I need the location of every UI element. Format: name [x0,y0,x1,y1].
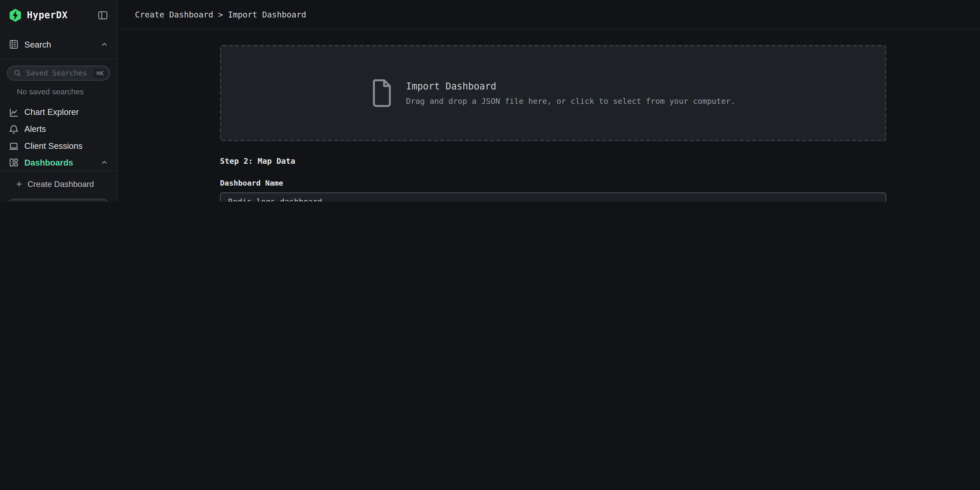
shortcut-badge: ⌘K [93,68,107,78]
sidebar-nav: Chart Explorer Alerts Client Sessions Da… [0,104,117,172]
step-label: Step 2: Map Data [220,156,886,165]
topbar: Create Dashboard > Import Dashboard [118,0,980,29]
app: HyperDX Search ⌘K No saved sea [0,0,980,202]
sidebar-item-label: Dashboards [24,158,95,167]
brand-name: HyperDX [27,9,68,21]
saved-dashboards-input[interactable] [25,201,89,202]
search-section-icon [9,39,19,49]
file-icon [371,79,392,107]
chevron-up-icon [100,159,108,166]
sidebar: HyperDX Search ⌘K No saved sea [0,0,118,202]
saved-dashboards-search[interactable]: ⌘K [7,199,110,202]
bell-icon [9,124,19,134]
import-dropzone[interactable]: Import Dashboard Drag and drop a JSON fi… [220,45,886,141]
hyperdx-logo-icon [9,8,22,22]
dashboard-name-input[interactable] [220,192,886,202]
sidebar-item-dashboards[interactable]: Dashboards [0,154,117,171]
plus-icon [16,181,22,188]
search-section-label: Search [24,40,95,49]
chart-explorer-icon [9,107,19,117]
laptop-icon [9,141,19,151]
create-dashboard-label: Create Dashboard [27,180,94,189]
no-saved-searches-text: No saved searches [17,88,117,96]
panel-toggle-icon [97,10,108,20]
saved-searches-search[interactable]: ⌘K [7,65,110,81]
sidebar-item-search[interactable]: Search [0,30,117,59]
sidebar-item-label: Alerts [24,124,108,134]
dashboards-icon [9,158,19,168]
dropzone-title: Import Dashboard [406,81,735,92]
collapse-sidebar-button[interactable] [97,10,108,20]
brand[interactable]: HyperDX [9,8,68,22]
create-dashboard-button[interactable]: Create Dashboard [0,176,117,192]
search-icon [14,69,21,77]
sidebar-item-label: Client Sessions [24,141,108,150]
saved-searches-input[interactable] [25,68,89,78]
dropzone-text: Import Dashboard Drag and drop a JSON fi… [406,81,735,106]
logo-row: HyperDX [0,0,117,30]
dropzone-subtitle: Drag and drop a JSON file here, or click… [406,96,735,105]
chevron-up-icon [100,41,108,48]
sidebar-item-label: Chart Explorer [24,107,108,117]
sidebar-item-client-sessions[interactable]: Client Sessions [0,138,117,154]
dashboard-name-label: Dashboard Name [220,179,886,188]
sidebar-item-chart-explorer[interactable]: Chart Explorer [0,104,117,121]
sidebar-item-alerts[interactable]: Alerts [0,121,117,138]
main-area: Create Dashboard > Import Dashboard Impo… [118,0,980,202]
import-dashboard-content: Import Dashboard Drag and drop a JSON fi… [220,29,886,202]
breadcrumb: Create Dashboard > Import Dashboard [135,10,306,19]
